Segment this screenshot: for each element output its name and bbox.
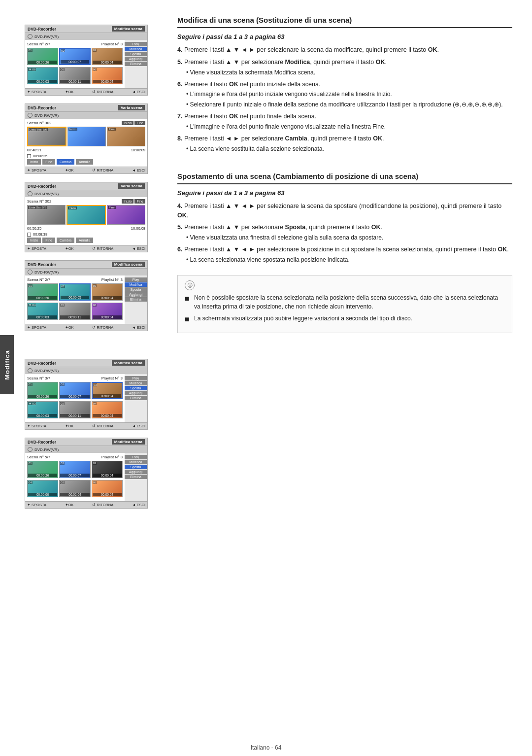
footer-text: Italiano - 64 [251, 744, 282, 751]
time-start-3: 00:50:25 [27, 226, 41, 231]
dvd-title-3: DVD-Recorder [28, 184, 56, 189]
dvd-thumb-1-4: ▼ 06 00:00:03 [27, 67, 58, 84]
step6-sub2: Selezionare il punto iniziale o finale d… [177, 100, 512, 109]
dvd-screen-1: DVD-Recorder Modifica scena DVD-RW(VR) S… [25, 25, 148, 96]
menu-sposta-6[interactable]: Sposta [125, 465, 147, 469]
dvd-badge-2: Varia scena [118, 105, 145, 110]
dvd-scene-body-3: Scena N° 302 Inizio Fine Lista Sto: 5/6 [25, 197, 147, 245]
dvd-thumb-4-5: 05 00:00:11 [59, 303, 90, 320]
time-start-2: 00:40:21 [27, 148, 41, 152]
menu-aggiungi-1[interactable]: Aggiungi [125, 57, 147, 61]
dvd-subheader-1: DVD-RW(VR) [25, 33, 147, 40]
menu-modifica-4[interactable]: Modifica [125, 282, 147, 287]
dvd-format-2: DVD-RW(VR) [34, 113, 59, 118]
btn-annulla-2[interactable]: Annulla [76, 159, 93, 165]
dvd-screen-5: DVD-Recorder Modifica scena DVD-RW(VR) S… [25, 359, 148, 430]
dvd-bottom-1: ✦ SPOSTA ✦OK ↺ RITORNA ◄ ESCI [25, 88, 147, 95]
note-header-line: 🛈 [185, 280, 505, 290]
nav-esci-1: ◄ ESCI [132, 90, 145, 94]
step2-6-sub: La scena selezionata viene spostata nell… [177, 255, 512, 264]
dvd-scene-header-2: Scena N° 302 Inizio Fine [27, 121, 145, 125]
btn-cambia-2[interactable]: Cambia [57, 159, 74, 165]
btn-fine-3[interactable]: Fine [42, 238, 55, 243]
dvd-thumb-5-6: 04 00:00:04 [92, 401, 123, 418]
dvd-title-5: DVD-Recorder [28, 361, 56, 366]
btn-fine-2[interactable]: Fine [42, 159, 55, 165]
time-end-2: 10:00:09 [131, 148, 145, 152]
dvd-thumbnails-6: 01 00:00:26 02 00:00:07 03 00:00:04 [27, 461, 123, 478]
dvd-header-2: DVD-Recorder Varia scena [25, 104, 147, 112]
page: Modifica DVD-Recorder Modifica scena DVD… [0, 0, 532, 756]
menu-play-4[interactable]: Play [125, 277, 147, 282]
note-line-2: ■ La schermata visualizzata può subire l… [185, 314, 505, 325]
dvd-menu-1: Play Modifica Sposta Aggiungi Elimina [125, 40, 147, 88]
nav-ritorna-5: ↺ RITORNA [92, 424, 113, 428]
dvd-screen-4: DVD-Recorder Modifica scena DVD-RW(VR) S… [25, 260, 148, 331]
step2-5-sub: Viene visualizzata una finestra di selez… [177, 233, 512, 242]
step7-num: 7. [177, 113, 182, 120]
menu-aggiungi-5[interactable]: Aggiungi [125, 391, 147, 395]
playlist-label-6: Playlist N° 3 [101, 455, 123, 459]
menu-sposta-1[interactable]: Sposta [125, 52, 147, 56]
step6-num: 6. [177, 81, 182, 88]
note-line-1: ■ Non è possibile spostare la scena sele… [185, 293, 505, 311]
dvd-circle-5 [28, 368, 33, 373]
dvd-header-5: DVD-Recorder Modifica scena [25, 359, 147, 367]
step-8: 8. Premere i tasti ◄ ► per selezionare C… [177, 134, 512, 153]
nav-ritorna-1: ↺ RITORNA [92, 90, 113, 94]
menu-elimina-4[interactable]: Elimina [125, 297, 147, 302]
dvd-scene-btns-2: Inizio Fine Cambia Annulla [27, 159, 145, 165]
step7-sub: L'immagine e l'ora del punto finale veng… [177, 122, 512, 131]
btn-annulla-3[interactable]: Annulla [76, 238, 93, 243]
dvd-thumb-5-2: 02 00:00:07 [59, 382, 90, 399]
dvd-subheader-5: DVD-RW(VR) [25, 367, 147, 374]
nav-esci-6: ◄ ESCI [132, 503, 145, 507]
menu-elimina-5[interactable]: Elimina [125, 396, 147, 400]
menu-modifica-5[interactable]: Modifica [125, 381, 147, 385]
menu-elimina-1[interactable]: Elimina [125, 62, 147, 66]
dvd-screen-2: DVD-Recorder Varia scena DVD-RW(VR) Scen… [25, 103, 148, 174]
menu-elimina-6[interactable]: Elimina [125, 475, 147, 479]
dvd-thumb-1-2: 02 00:00:07 [59, 48, 90, 65]
dvd-format-3: DVD-RW(VR) [34, 192, 59, 196]
step5-num: 5. [177, 59, 182, 66]
menu-modifica-1[interactable]: Modifica [125, 47, 147, 51]
menu-modifica-6[interactable]: Modifica [125, 460, 147, 464]
scene-label-5: Scena N° 3/7 [27, 376, 50, 380]
main-content: DVD-Recorder Modifica scena DVD-RW(VR) S… [0, 0, 532, 739]
step2-4: 4. Premere i tasti ▲ ▼ ◄ ► per seleziona… [177, 202, 512, 220]
dvd-menu-6: Play Modifica Sposta Aggiungi Elimina [125, 453, 147, 501]
scene-thumb-fine-3: Fine [107, 205, 145, 225]
dvd-menu-4: Play Modifica Sposta Aggiungi Elimina [125, 275, 147, 324]
btn-inizio-2[interactable]: Inizio [27, 159, 41, 165]
menu-sposta-4[interactable]: Sposta [125, 287, 147, 292]
step4-num: 4. [177, 46, 182, 53]
nav-esci-2: ◄ ESCI [132, 168, 145, 172]
checkbox-label-3: 00:08:38 [33, 232, 47, 237]
menu-aggiungi-6[interactable]: Aggiungi [125, 470, 147, 474]
step-6: 6. Premere il tasto OK nel punto inizial… [177, 80, 512, 109]
menu-sposta-5[interactable]: Sposta [125, 386, 147, 390]
nav-ritorna-3: ↺ RITORNA [92, 246, 113, 251]
btn-inizio-3[interactable]: Inizio [27, 238, 41, 243]
menu-aggiungi-4[interactable]: Aggiungi [125, 292, 147, 297]
dvd-body-1: Scena N° 2/7 Playlist N° 3 01 00:00:26 0… [25, 40, 125, 88]
dvd-body-5: Scena N° 3/7 Playlist N° 3 01 00:00:26 0… [25, 374, 125, 422]
dvd-scene-time-3: 00:50:25 10:00:08 [27, 226, 145, 231]
inizio-badge-2: Inizio [122, 121, 133, 125]
dvd-scene-thumbs-3: Lista Sto: 5/6 Inizio Fine [27, 205, 145, 225]
btn-cambia-3[interactable]: Cambia [57, 238, 74, 243]
dvd-title-4: DVD-Recorder [28, 262, 56, 267]
menu-play-6[interactable]: Play [125, 455, 147, 459]
menu-play-5[interactable]: Play [125, 376, 147, 380]
dvd-badge-4: Modifica scena [112, 262, 145, 267]
dvd-scene-body-2: Scena N° 302 Inizio Fine Lista Sto: 5/6 [25, 119, 147, 167]
nav-esci-5: ◄ ESCI [132, 424, 145, 428]
dvd-body-4: Scena N° 2/7 Playlist N° 3 01 00:00:26 0… [25, 275, 125, 324]
nav-ritorna-2: ↺ RITORNA [92, 168, 113, 172]
dvd-thumb-1-3: 03 00:00:04 [92, 48, 123, 65]
dvd-thumbnails-1b: ▼ 06 00:00:03 05 00:00:11 06 00:00:04 [27, 67, 123, 84]
nav-esci-3: ◄ ESCI [132, 246, 145, 251]
menu-play-1[interactable]: Play [125, 42, 147, 46]
nav-sposta-3: ✦ SPOSTA [27, 246, 46, 251]
